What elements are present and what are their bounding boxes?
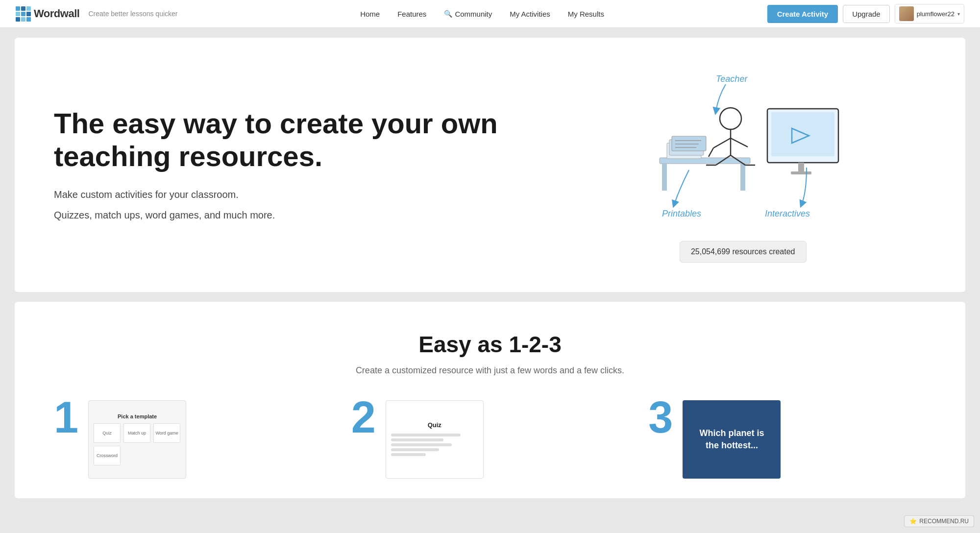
nav-community-label: Community: [455, 10, 492, 18]
svg-text:Printables: Printables: [662, 209, 701, 218]
template-label: Match up: [127, 430, 147, 436]
step-1: 1 Pick a template Quiz Match up: [54, 400, 332, 479]
hero-subtitle-line2: Quizzes, match ups, word games, and much…: [54, 208, 534, 222]
step-3-number: 3: [648, 395, 673, 439]
template-card: Quiz: [94, 423, 121, 443]
brand-logo[interactable]: Wordwall: [16, 6, 79, 22]
logo-name: Wordwall: [34, 7, 79, 20]
step-1-templates: Quiz Match up Word game Crossword: [94, 423, 181, 465]
logo-cell: [16, 6, 20, 11]
steps-row: 1 Pick a template Quiz Match up: [54, 400, 926, 479]
step-2-line3: [391, 443, 452, 446]
svg-rect-23: [791, 171, 811, 174]
template-label: Quiz: [101, 430, 113, 436]
logo-cell: [16, 12, 20, 16]
step-2-card-title: Quiz: [391, 421, 478, 429]
wordwall-logo: Wordwall: [16, 6, 79, 22]
nav-home[interactable]: Home: [351, 0, 389, 28]
nav-my-activities[interactable]: My Activities: [501, 0, 559, 28]
logo-cell: [21, 6, 25, 11]
step-1-number: 1: [54, 395, 78, 439]
step-2-line1: [391, 434, 461, 436]
template-card: Word game: [153, 423, 180, 443]
user-menu[interactable]: plumflower22 ▾: [895, 4, 964, 24]
step-3-card: Which planet isthe hottest...: [683, 400, 781, 479]
step-2-line4: [391, 448, 439, 451]
logo-cell: [26, 6, 31, 11]
hero-illustration-svg: Teacher: [640, 67, 846, 234]
step-2-card: Quiz: [386, 400, 484, 479]
navbar-actions: Create Activity Upgrade plumflower22 ▾: [767, 4, 964, 24]
hero-subtitle-line1: Make custom activities for your classroo…: [54, 187, 534, 202]
nav-community[interactable]: 🔍 Community: [435, 0, 501, 28]
template-card: Match up: [123, 423, 150, 443]
svg-line-18: [731, 138, 748, 147]
template-label: Word game: [154, 430, 179, 436]
page-wrapper: The easy way to create your own teaching…: [0, 28, 980, 508]
navbar-tagline: Create better lessons quicker: [88, 10, 177, 18]
resources-count: 25,054,699 resources created: [691, 247, 795, 256]
easy-section-subtitle: Create a customized resource with just a…: [54, 365, 926, 376]
nav-my-results[interactable]: My Results: [559, 0, 613, 28]
chevron-down-icon: ▾: [957, 11, 960, 17]
template-label: Crossword: [96, 452, 119, 459]
svg-rect-3: [740, 164, 745, 191]
navbar: Wordwall Create better lessons quicker H…: [0, 0, 980, 28]
svg-rect-6: [672, 136, 706, 151]
avatar-image: [899, 6, 914, 21]
avatar: [899, 6, 914, 21]
svg-rect-2: [662, 164, 667, 191]
logo-grid-icon: [16, 6, 31, 22]
navbar-nav: Home Features 🔍 Community My Activities …: [197, 0, 767, 28]
nav-features[interactable]: Features: [389, 0, 435, 28]
svg-rect-22: [798, 163, 804, 172]
logo-cell: [21, 12, 25, 16]
svg-rect-20: [771, 112, 834, 156]
step-3-text: Which planet isthe hottest...: [699, 427, 764, 452]
logo-cell: [21, 17, 25, 22]
step-2-number: 2: [351, 395, 376, 439]
username: plumflower22: [917, 10, 955, 18]
svg-line-16: [713, 138, 731, 148]
step-2-line2: [391, 438, 443, 441]
step-2-card-inner: Quiz: [386, 416, 483, 463]
step-1-card-inner: Pick a template Quiz Match up Word game: [89, 409, 186, 470]
hero-title: The easy way to create your own teaching…: [54, 107, 534, 172]
logo-cell: [16, 17, 20, 22]
easy-section-title: Easy as 1-2-3: [54, 331, 926, 358]
svg-line-17: [709, 148, 713, 157]
step-1-card: Pick a template Quiz Match up Word game: [88, 400, 186, 479]
svg-point-10: [720, 108, 741, 129]
easy-section: Easy as 1-2-3 Create a customized resour…: [15, 302, 965, 498]
step-2: 2 Quiz: [351, 400, 629, 479]
svg-text:Interactives: Interactives: [765, 209, 810, 218]
create-activity-button[interactable]: Create Activity: [767, 5, 838, 23]
step-1-card-title: Pick a template: [94, 413, 181, 419]
hero-illustration: Teacher: [560, 67, 926, 263]
svg-text:Teacher: Teacher: [716, 74, 748, 84]
step-3: 3 Which planet isthe hottest...: [648, 400, 926, 479]
template-card: Crossword: [94, 446, 121, 465]
resources-badge: 25,054,699 resources created: [680, 241, 807, 263]
search-icon: 🔍: [444, 10, 452, 18]
logo-cell: [26, 12, 31, 16]
logo-cell: [26, 17, 31, 22]
step-2-line5: [391, 453, 426, 456]
upgrade-button[interactable]: Upgrade: [843, 5, 890, 23]
hero-section: The easy way to create your own teaching…: [15, 38, 965, 292]
hero-content: The easy way to create your own teaching…: [54, 107, 534, 222]
